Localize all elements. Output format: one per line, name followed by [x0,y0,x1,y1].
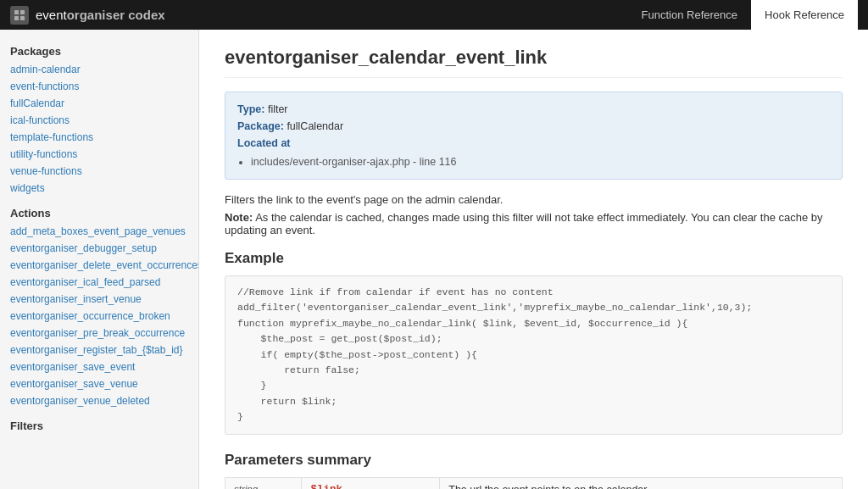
location-list: includes/event-organiser-ajax.php - line… [251,153,830,170]
header-nav: Function Reference Hook Reference [628,0,858,30]
page-title: eventorganiser_calendar_event_link [225,47,843,78]
sidebar-item-pre-break-occurrence[interactable]: eventorganiser_pre_break_occurrence [0,325,198,342]
sidebar-item-admin-calendar[interactable]: admin-calendar [0,61,198,78]
description: Filters the link to the event's page on … [225,193,843,206]
sidebar-item-fullcalendar[interactable]: fullCalendar [0,95,198,112]
located-line: Located at [237,135,830,152]
sidebar-item-save-event[interactable]: eventorganiser_save_event [0,358,198,375]
sidebar-item-register-tab[interactable]: eventorganiser_register_tab_{$tab_id} [0,342,198,358]
main-content: eventorganiser_calendar_event_link Type:… [199,30,868,489]
type-label: Type: [237,103,264,115]
filters-title: Filters [0,413,198,436]
sidebar-item-delete-event-occurrences[interactable]: eventorganiser_delete_event_occurrences [0,257,198,274]
sidebar-item-occurrence-broken[interactable]: eventorganiser_occurrence_broken [0,308,198,325]
sidebar-item-venue-functions[interactable]: venue-functions [0,163,198,180]
package-line: Package: fullCalendar [237,118,830,135]
actions-title: Actions [0,200,198,223]
located-label: Located at [237,137,291,149]
logo-light-text: event [36,8,67,22]
note: Note: As the calendar is cached, changes… [225,211,843,236]
svg-rect-1 [20,10,25,14]
param-name: $link [302,477,440,489]
info-box: Type: filter Package: fullCalendar Locat… [225,92,843,180]
sidebar-item-insert-venue[interactable]: eventorganiser_insert_venue [0,291,198,308]
params-heading: Parameters summary [225,452,843,469]
svg-rect-2 [14,16,19,20]
nav-function-reference[interactable]: Function Reference [628,0,751,30]
sidebar-item-save-venue[interactable]: eventorganiser_save_venue [0,375,198,392]
logo-text: eventorganiser codex [36,8,165,22]
sidebar-item-template-functions[interactable]: template-functions [0,129,198,146]
example-heading: Example [225,250,843,267]
location-item: includes/event-organiser-ajax.php - line… [251,153,830,170]
type-line: Type: filter [237,101,830,118]
sidebar-item-debugger-setup[interactable]: eventorganiser_debugger_setup [0,240,198,257]
code-block: //Remove link if from calendar if event … [225,275,843,435]
param-desc: The url the event points to on the calen… [440,477,843,489]
note-prefix: Note: [225,211,253,224]
sidebar-item-event-functions[interactable]: event-functions [0,78,198,95]
packages-title: Packages [0,38,198,61]
params-table: string $link The url the event points to… [225,477,843,489]
sidebar: Packages admin-calendar event-functions … [0,30,199,489]
package-label: Package: [237,120,284,132]
header: eventorganiser codex Function Reference … [0,0,868,30]
package-value-text: fullCalendar [287,120,343,132]
table-row: string $link The url the event points to… [225,477,843,489]
logo-icon [10,6,29,25]
param-type: string [225,477,302,489]
type-value-text: filter [268,103,288,115]
svg-rect-3 [20,16,25,20]
sidebar-item-venue-deleted[interactable]: eventorganiser_venue_deleted [0,392,198,409]
layout: Packages admin-calendar event-functions … [0,30,868,489]
nav-hook-reference[interactable]: Hook Reference [751,0,858,30]
svg-rect-0 [14,10,19,14]
sidebar-item-utility-functions[interactable]: utility-functions [0,146,198,163]
sidebar-item-ical-functions[interactable]: ical-functions [0,112,198,129]
note-content: As the calendar is cached, changes made … [225,211,823,236]
logo-bold-text: organiser codex [67,8,165,22]
sidebar-item-widgets[interactable]: widgets [0,180,198,197]
sidebar-item-ical-feed-parsed[interactable]: eventorganiser_ical_feed_parsed [0,274,198,291]
header-logo: eventorganiser codex [10,6,165,25]
sidebar-item-add-meta-boxes[interactable]: add_meta_boxes_event_page_venues [0,223,198,240]
